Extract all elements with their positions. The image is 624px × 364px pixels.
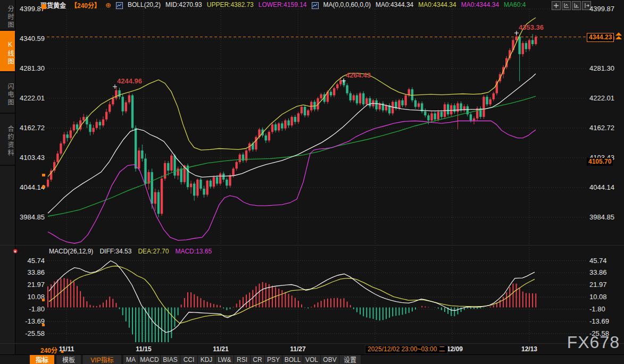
macd-header: MACD(26,12,9) DIFF:34.53 DEA:27.70 MACD:… bbox=[49, 248, 218, 255]
right-axis-label: 3984.85 bbox=[589, 214, 614, 221]
macd-settings-icon[interactable]: ✹ bbox=[12, 248, 19, 255]
period-text: 240分 bbox=[40, 347, 57, 354]
indicator-tab-macd[interactable]: MACD bbox=[139, 355, 161, 364]
indicator-tab-rsi[interactable]: RSI bbox=[234, 355, 251, 364]
macd-dea-value: DEA:27.70 bbox=[138, 248, 169, 255]
left-marker-2 bbox=[42, 185, 45, 188]
indicator-tab-psy[interactable]: PSY bbox=[265, 355, 282, 364]
left-axis-label: -1.80 bbox=[17, 306, 45, 313]
right-axis-label: 33.86 bbox=[589, 269, 607, 276]
right-axis-label: 21.97 bbox=[589, 281, 607, 289]
indicator-tab-kdj[interactable]: KDJ bbox=[198, 355, 215, 364]
price-annotation: 4264.43 bbox=[342, 71, 371, 83]
price-panel bbox=[47, 18, 537, 243]
indicator-tab-lw&[interactable]: LW& bbox=[215, 355, 234, 364]
toolbar-tab-1[interactable]: 模板 bbox=[56, 355, 81, 364]
left-axis-label: 21.97 bbox=[17, 281, 45, 289]
time-axis-label: 11/27 bbox=[290, 345, 305, 353]
axis-divider bbox=[0, 343, 624, 344]
left-axis-label: 4340.59 bbox=[17, 35, 45, 43]
settings-tab[interactable]: 设置 bbox=[339, 355, 361, 364]
left-axis-label: 4399.87 bbox=[17, 5, 45, 13]
watermark: FX678 bbox=[567, 333, 620, 352]
time-axis-label: 12/13 bbox=[521, 345, 537, 353]
right-axis-label: -1.80 bbox=[589, 306, 605, 313]
time-axis-label: 12/09 bbox=[447, 345, 463, 353]
right-axis-label: 4399.87 bbox=[589, 5, 614, 13]
period-arrow-icon: ▲ bbox=[60, 348, 65, 354]
left-marker-4 bbox=[42, 324, 45, 326]
price-annotation: 4353.36 bbox=[514, 23, 544, 35]
left-axis-label: -13.69 bbox=[17, 318, 45, 325]
left-axis-label: 33.86 bbox=[17, 269, 45, 276]
indicator-tab-bias[interactable]: BIAS bbox=[161, 355, 180, 364]
right-axis-label: 45.74 bbox=[589, 257, 607, 265]
left-axis-label: 4281.30 bbox=[17, 65, 45, 72]
trading-app: 分时图K线图闪电图合约资料 现货黄金 【240分】 ⊕ BOLL(20,2) M… bbox=[0, 0, 624, 364]
left-axis-label: 45.74 bbox=[17, 257, 45, 265]
svg-text:4244.96: 4244.96 bbox=[117, 77, 142, 85]
price-up-arrows-icon bbox=[615, 32, 623, 41]
time-axis-label: 11/15 bbox=[136, 345, 151, 353]
toolbar-tab-2[interactable]: VIP指标 bbox=[83, 355, 122, 364]
bottom-toolbar: 指标模板VIP指标MAMACDBIASCCIKDJLW&RSICRPSYBOLL… bbox=[0, 354, 624, 364]
left-marker-1 bbox=[42, 174, 45, 176]
left-axis-label: 4222.01 bbox=[17, 95, 45, 102]
panel-divider[interactable] bbox=[0, 245, 624, 246]
macd-macd-value: MACD:13.65 bbox=[175, 248, 212, 255]
secondary-price-box: 4105.70 bbox=[587, 158, 613, 166]
time-axis-label: 11/21 bbox=[213, 345, 228, 353]
svg-text:4264.43: 4264.43 bbox=[346, 71, 371, 79]
corner-marker[interactable] bbox=[41, 4, 46, 9]
chart-canvas[interactable]: 4244.964264.434353.36 bbox=[0, 0, 624, 364]
left-axis-label: -25.58 bbox=[17, 330, 45, 337]
macd-diff-value: DIFF:34.53 bbox=[99, 248, 131, 255]
right-axis-label: 4044.14 bbox=[589, 184, 614, 191]
macd-label: MACD(26,12,9) bbox=[49, 248, 93, 255]
left-axis-label: 4044.14 bbox=[17, 184, 45, 191]
last-price-box: 4344.23 bbox=[587, 33, 614, 42]
indicator-tab-cr[interactable]: CR bbox=[251, 355, 265, 364]
boll-upper-line bbox=[48, 18, 536, 176]
left-axis-label: 4103.43 bbox=[17, 154, 45, 162]
left-axis-label: 3984.85 bbox=[17, 214, 45, 221]
right-axis-label: 4162.72 bbox=[589, 124, 614, 132]
right-axis-label: -13.69 bbox=[589, 318, 609, 325]
svg-text:4353.36: 4353.36 bbox=[519, 23, 544, 31]
toolbar-tab-0[interactable]: 指标 bbox=[30, 355, 55, 364]
ma60-line bbox=[48, 96, 536, 216]
indicator-tab-obv[interactable]: OBV bbox=[321, 355, 339, 364]
price-annotation: 4244.96 bbox=[113, 77, 142, 89]
indicator-tab-boll[interactable]: BOLL bbox=[282, 355, 303, 364]
right-axis-label: 4281.30 bbox=[589, 65, 614, 72]
left-axis-label: 4162.72 bbox=[17, 124, 45, 132]
left-axis-label: 10.08 bbox=[17, 293, 45, 301]
boll-lower-line bbox=[48, 121, 536, 244]
indicator-tab-ma[interactable]: MA bbox=[123, 355, 139, 364]
indicator-tab-cci[interactable]: CCI bbox=[180, 355, 198, 364]
date-tooltip: 2025/12/02 23:00~03:00 二 bbox=[365, 345, 448, 354]
right-axis-label: 4222.01 bbox=[589, 95, 614, 102]
dea-line bbox=[49, 266, 535, 324]
indicator-tab-vol[interactable]: VOL bbox=[303, 355, 321, 364]
period-selector[interactable]: 240分▲ bbox=[40, 345, 65, 354]
right-axis-label: 10.08 bbox=[589, 293, 607, 301]
left-marker-3 bbox=[42, 299, 45, 301]
